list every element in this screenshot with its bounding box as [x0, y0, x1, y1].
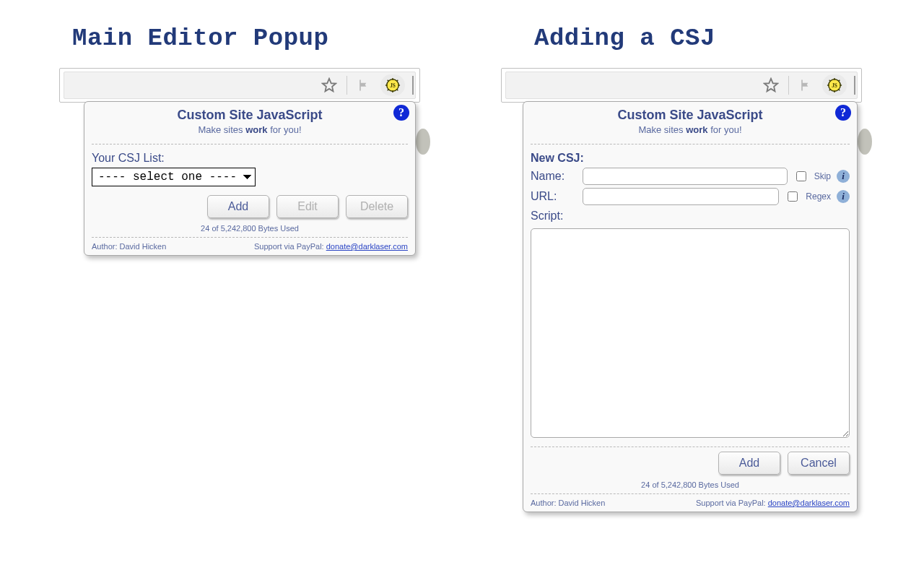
author-text: Author: David Hicken	[92, 242, 166, 251]
csj-list-label: Your CSJ List:	[92, 152, 408, 165]
toolbar-divider	[788, 76, 789, 95]
heading-left: Main Editor Popup	[72, 25, 328, 52]
info-icon[interactable]: i	[837, 170, 850, 183]
edit-button[interactable]: Edit	[276, 195, 339, 218]
flag-icon[interactable]	[793, 74, 818, 96]
donate-link[interactable]: donate@darklaser.com	[768, 499, 850, 507]
omnibox[interactable]: JS	[64, 72, 416, 99]
omnibox[interactable]: JS	[505, 72, 858, 99]
avatar-shadow	[416, 129, 430, 155]
flag-icon[interactable]	[352, 74, 376, 96]
svg-marker-0	[323, 79, 336, 91]
support-text: Support via PayPal: donate@darklaser.com	[254, 242, 408, 251]
star-icon[interactable]	[759, 74, 783, 96]
help-icon[interactable]: ?	[835, 105, 851, 121]
script-label: Script:	[531, 210, 850, 223]
divider	[92, 144, 408, 144]
svg-line-19	[839, 80, 840, 82]
popup-title: Custom Site JavaScript	[531, 108, 850, 123]
script-field[interactable]	[531, 228, 850, 438]
screenshot-add-csj: JS ? Custom Site JavaScript Make sites w…	[501, 68, 862, 103]
divider	[531, 144, 850, 144]
extension-icon[interactable]: JS	[822, 74, 847, 96]
skip-checkbox[interactable]	[796, 171, 806, 181]
cancel-button[interactable]: Cancel	[788, 452, 850, 475]
heading-right: Adding a CSJ	[534, 25, 715, 52]
star-icon[interactable]	[317, 74, 341, 96]
toolbar-caret	[412, 76, 414, 95]
divider	[531, 447, 850, 447]
svg-line-20	[829, 90, 831, 91]
regex-label: Regex	[806, 191, 831, 202]
info-icon[interactable]: i	[837, 190, 850, 203]
toolbar-divider	[346, 76, 347, 95]
screenshot-main-editor: JS ? Custom Site JavaScript Make sites w…	[59, 68, 420, 103]
svg-line-18	[839, 90, 840, 91]
bytes-used: 24 of 5,242,800 Bytes Used	[531, 480, 850, 489]
donate-link[interactable]: donate@darklaser.com	[326, 242, 408, 251]
name-field[interactable]	[583, 168, 788, 185]
add-button[interactable]: Add	[718, 452, 780, 475]
add-button[interactable]: Add	[207, 195, 269, 218]
name-label: Name:	[531, 170, 577, 183]
csj-select[interactable]: ---- select one ----	[92, 168, 256, 186]
url-field[interactable]	[583, 188, 779, 205]
svg-text:JS: JS	[832, 82, 837, 89]
extension-popup: ? Custom Site JavaScript Make sites work…	[84, 101, 416, 256]
bytes-used: 24 of 5,242,800 Bytes Used	[92, 224, 408, 233]
browser-toolbar: JS	[59, 68, 420, 103]
author-text: Author: David Hicken	[531, 499, 605, 507]
extension-icon[interactable]: JS	[380, 74, 405, 96]
popup-title: Custom Site JavaScript	[92, 108, 408, 123]
extension-popup: ? Custom Site JavaScript Make sites work…	[523, 101, 858, 512]
popup-subtitle: Make sites work for you!	[531, 124, 850, 135]
help-icon[interactable]: ?	[393, 105, 409, 121]
avatar-shadow	[858, 129, 872, 155]
svg-line-17	[829, 80, 831, 82]
regex-checkbox[interactable]	[788, 191, 798, 202]
delete-button[interactable]: Delete	[346, 195, 408, 218]
svg-line-7	[397, 90, 398, 91]
url-label: URL:	[531, 190, 577, 203]
toolbar-caret	[854, 76, 855, 95]
svg-text:JS: JS	[390, 82, 396, 89]
svg-line-9	[388, 90, 389, 91]
popup-subtitle: Make sites work for you!	[92, 124, 408, 135]
svg-line-8	[397, 80, 398, 82]
skip-label: Skip	[814, 171, 831, 181]
svg-line-6	[388, 80, 389, 82]
support-text: Support via PayPal: donate@darklaser.com	[696, 499, 850, 507]
browser-toolbar: JS	[501, 68, 862, 103]
new-csj-label: New CSJ:	[531, 152, 850, 165]
svg-marker-11	[764, 79, 777, 91]
